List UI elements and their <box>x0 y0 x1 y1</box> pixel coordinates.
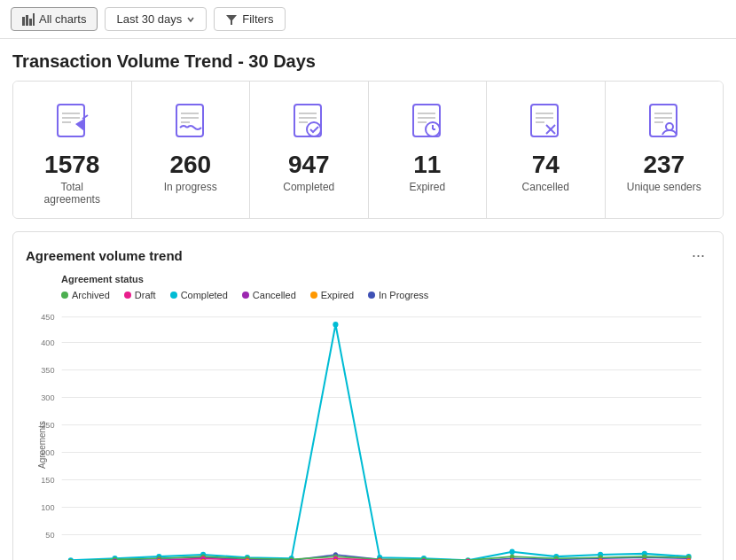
stat-card-expired: 11 Expired <box>369 82 488 218</box>
svg-rect-5 <box>58 105 84 136</box>
svg-marker-9 <box>75 119 84 131</box>
filters-label: Filters <box>242 12 273 26</box>
svg-rect-11 <box>176 105 203 136</box>
chart-card: Agreement volume trend ··· Agreement sta… <box>12 231 724 560</box>
senders-icon <box>641 97 687 144</box>
legend-item-archived: Archived <box>61 290 110 300</box>
legend-item-inprogress: In Progress <box>368 290 428 300</box>
completed-legend-label: Completed <box>181 290 228 300</box>
inprogress-dot <box>368 292 375 299</box>
svg-point-37 <box>666 123 673 130</box>
stat-card-cancelled: 74 Cancelled <box>487 82 606 218</box>
expired-legend-label: Expired <box>321 290 354 300</box>
svg-point-83 <box>509 549 514 555</box>
all-charts-button[interactable]: All charts <box>11 7 98 31</box>
svg-text:400: 400 <box>41 338 54 347</box>
chevron-down-icon <box>186 15 195 24</box>
legend-item-cancelled: Cancelled <box>242 290 296 300</box>
svg-rect-3 <box>33 13 35 26</box>
inprogress-icon <box>168 97 214 144</box>
svg-marker-4 <box>226 15 237 25</box>
expired-label: Expired <box>409 181 445 193</box>
draft-dot <box>124 292 131 299</box>
page-title: Transaction Volume Trend - 30 Days <box>0 39 736 81</box>
senders-number: 237 <box>643 152 685 177</box>
svg-text:350: 350 <box>41 366 54 375</box>
completed-number: 947 <box>288 152 330 177</box>
archived-label: Archived <box>72 290 110 300</box>
total-number: 1578 <box>44 152 99 177</box>
inprogress-number: 260 <box>169 152 211 177</box>
senders-label: Unique senders <box>627 181 701 193</box>
svg-rect-0 <box>22 17 25 26</box>
svg-point-19 <box>307 122 321 136</box>
draft-label: Draft <box>135 290 156 300</box>
y-axis-label: Agreements <box>37 421 47 469</box>
chart-svg: .grid-line { stroke: #e8e8e8; stroke-wid… <box>26 307 710 560</box>
svg-text:150: 150 <box>41 476 54 485</box>
svg-point-79 <box>333 322 338 327</box>
completed-dot <box>170 292 177 299</box>
completed-line <box>71 324 689 560</box>
cancelled-legend-label: Cancelled <box>253 290 296 300</box>
chart-area: Agreements .grid-line { stroke: #e8e8e8;… <box>26 307 710 560</box>
inprogress-label: In progress <box>164 181 217 193</box>
cancelled-label: Cancelled <box>522 181 569 193</box>
inprogress-legend-label: In Progress <box>379 290 428 300</box>
daterange-button[interactable]: Last 30 days <box>105 7 207 31</box>
svg-rect-2 <box>29 19 32 26</box>
cancelled-icon <box>522 97 568 144</box>
stat-card-senders: 237 Unique senders <box>606 82 724 218</box>
legend-item-expired: Expired <box>310 290 354 300</box>
charts-icon <box>22 13 35 26</box>
chart-title: Agreement volume trend <box>26 248 183 263</box>
stat-card-total: 1578 Totalagreements <box>13 82 132 218</box>
send-icon <box>49 97 95 144</box>
cancelled-number: 74 <box>532 152 560 177</box>
cancelled-dot <box>242 292 249 299</box>
chart-header: Agreement volume trend ··· <box>26 245 710 267</box>
total-label: Totalagreements <box>44 181 100 206</box>
svg-text:100: 100 <box>41 503 54 512</box>
svg-text:450: 450 <box>41 313 54 322</box>
filters-button[interactable]: Filters <box>214 7 285 31</box>
completed-label: Completed <box>283 181 334 193</box>
expired-dot <box>310 292 317 299</box>
legend-title: Agreement status <box>61 274 710 284</box>
more-options-button[interactable]: ··· <box>686 245 710 267</box>
svg-rect-1 <box>26 15 28 26</box>
expired-number: 11 <box>413 152 441 177</box>
stat-cards: 1578 Totalagreements 260 In progress 947… <box>12 81 724 219</box>
svg-text:50: 50 <box>45 531 54 540</box>
all-charts-label: All charts <box>39 12 86 26</box>
stat-card-completed: 947 Completed <box>250 82 369 218</box>
completed-icon <box>286 97 332 144</box>
svg-text:300: 300 <box>41 393 54 402</box>
daterange-label: Last 30 days <box>116 12 182 26</box>
filter-icon <box>225 13 238 26</box>
legend-item-draft: Draft <box>124 290 156 300</box>
chart-legend: Agreement status Archived Draft Complete… <box>26 274 710 300</box>
legend-item-completed: Completed <box>170 290 228 300</box>
toolbar: All charts Last 30 days Filters <box>0 0 736 39</box>
expired-icon <box>404 97 450 144</box>
archived-dot <box>61 292 68 299</box>
stat-card-inprogress: 260 In progress <box>132 82 251 218</box>
